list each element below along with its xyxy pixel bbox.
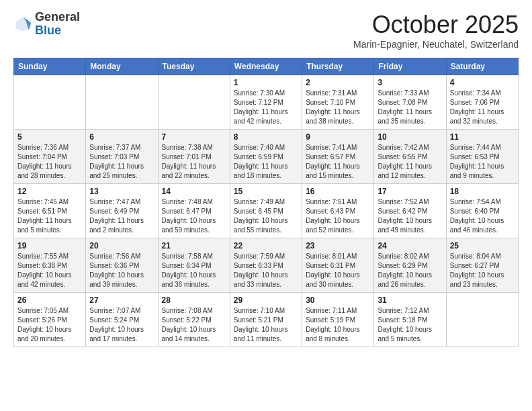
header: General Blue October 2025 Marin-Epagnier…: [13, 11, 519, 50]
calendar-cell: 19Sunrise: 7:55 AM Sunset: 6:38 PM Dayli…: [14, 238, 86, 293]
day-number: 6: [89, 132, 154, 142]
day-number: 19: [17, 241, 82, 250]
day-info: Sunrise: 7:37 AM Sunset: 7:03 PM Dayligh…: [89, 143, 154, 181]
calendar-cell: 29Sunrise: 7:10 AM Sunset: 5:21 PM Dayli…: [230, 293, 302, 347]
calendar-cell: 22Sunrise: 7:59 AM Sunset: 6:33 PM Dayli…: [230, 238, 302, 293]
day-info: Sunrise: 7:36 AM Sunset: 7:04 PM Dayligh…: [17, 143, 82, 181]
location: Marin-Epagnier, Neuchatel, Switzerland: [353, 39, 519, 50]
day-info: Sunrise: 8:04 AM Sunset: 6:27 PM Dayligh…: [450, 252, 515, 289]
weekday-header-row: SundayMondayTuesdayWednesdayThursdayFrid…: [14, 58, 519, 75]
day-number: 22: [234, 241, 298, 250]
day-info: Sunrise: 7:48 AM Sunset: 6:47 PM Dayligh…: [162, 197, 226, 235]
day-number: 2: [306, 78, 370, 87]
day-info: Sunrise: 7:40 AM Sunset: 6:59 PM Dayligh…: [234, 143, 298, 181]
calendar-cell: 3Sunrise: 7:33 AM Sunset: 7:08 PM Daylig…: [374, 75, 446, 130]
calendar-cell: 6Sunrise: 7:37 AM Sunset: 7:03 PM Daylig…: [86, 130, 158, 184]
calendar-cell: 20Sunrise: 7:56 AM Sunset: 6:36 PM Dayli…: [86, 238, 158, 293]
day-number: 20: [89, 241, 154, 250]
day-number: 12: [17, 187, 82, 196]
logo-text: General Blue: [35, 11, 80, 38]
calendar-cell: [14, 75, 86, 130]
calendar-cell: [86, 75, 158, 130]
calendar-cell: 5Sunrise: 7:36 AM Sunset: 7:04 PM Daylig…: [14, 130, 86, 184]
day-info: Sunrise: 8:01 AM Sunset: 6:31 PM Dayligh…: [306, 252, 370, 289]
calendar-cell: 11Sunrise: 7:44 AM Sunset: 6:53 PM Dayli…: [446, 130, 518, 184]
day-info: Sunrise: 7:34 AM Sunset: 7:06 PM Dayligh…: [450, 89, 515, 126]
logo-general: General: [35, 11, 80, 24]
week-row-5: 26Sunrise: 7:05 AM Sunset: 5:26 PM Dayli…: [14, 293, 519, 347]
day-info: Sunrise: 7:11 AM Sunset: 5:19 PM Dayligh…: [306, 306, 370, 344]
weekday-header-thursday: Thursday: [302, 58, 374, 75]
day-number: 16: [306, 187, 370, 196]
day-number: 21: [162, 241, 226, 250]
day-info: Sunrise: 7:33 AM Sunset: 7:08 PM Dayligh…: [378, 89, 442, 126]
day-info: Sunrise: 7:44 AM Sunset: 6:53 PM Dayligh…: [450, 143, 515, 181]
calendar-cell: 15Sunrise: 7:49 AM Sunset: 6:45 PM Dayli…: [230, 184, 302, 238]
day-info: Sunrise: 7:58 AM Sunset: 6:34 PM Dayligh…: [162, 252, 226, 289]
day-info: Sunrise: 7:10 AM Sunset: 5:21 PM Dayligh…: [234, 306, 298, 344]
week-row-1: 1Sunrise: 7:30 AM Sunset: 7:12 PM Daylig…: [14, 75, 519, 130]
day-number: 27: [89, 295, 154, 305]
day-number: 13: [89, 187, 154, 196]
day-info: Sunrise: 7:47 AM Sunset: 6:49 PM Dayligh…: [89, 197, 154, 235]
day-info: Sunrise: 7:59 AM Sunset: 6:33 PM Dayligh…: [234, 252, 298, 289]
day-info: Sunrise: 7:38 AM Sunset: 7:01 PM Dayligh…: [162, 143, 226, 181]
weekday-header-saturday: Saturday: [446, 58, 518, 75]
calendar-cell: [158, 75, 230, 130]
week-row-4: 19Sunrise: 7:55 AM Sunset: 6:38 PM Dayli…: [14, 238, 519, 293]
day-number: 9: [306, 132, 370, 142]
day-number: 1: [234, 78, 298, 87]
calendar-cell: 4Sunrise: 7:34 AM Sunset: 7:06 PM Daylig…: [446, 75, 518, 130]
title-block: October 2025 Marin-Epagnier, Neuchatel, …: [353, 11, 519, 50]
day-number: 24: [378, 241, 442, 250]
calendar-cell: 26Sunrise: 7:05 AM Sunset: 5:26 PM Dayli…: [14, 293, 86, 347]
weekday-header-wednesday: Wednesday: [230, 58, 302, 75]
day-number: 10: [378, 132, 442, 142]
day-info: Sunrise: 7:42 AM Sunset: 6:55 PM Dayligh…: [378, 143, 442, 181]
day-number: 31: [378, 295, 442, 305]
calendar-cell: 30Sunrise: 7:11 AM Sunset: 5:19 PM Dayli…: [302, 293, 374, 347]
weekday-header-tuesday: Tuesday: [158, 58, 230, 75]
day-number: 8: [234, 132, 298, 142]
logo: General Blue: [13, 11, 80, 38]
day-info: Sunrise: 7:54 AM Sunset: 6:40 PM Dayligh…: [450, 197, 515, 235]
day-number: 4: [450, 78, 515, 87]
day-info: Sunrise: 7:08 AM Sunset: 5:22 PM Dayligh…: [162, 306, 226, 344]
day-info: Sunrise: 7:45 AM Sunset: 6:51 PM Dayligh…: [17, 197, 82, 235]
calendar-cell: [446, 293, 518, 347]
day-info: Sunrise: 7:12 AM Sunset: 5:18 PM Dayligh…: [378, 306, 442, 344]
calendar-cell: 21Sunrise: 7:58 AM Sunset: 6:34 PM Dayli…: [158, 238, 230, 293]
day-info: Sunrise: 7:05 AM Sunset: 5:26 PM Dayligh…: [17, 306, 82, 344]
month-title: October 2025: [353, 11, 519, 39]
day-number: 15: [234, 187, 298, 196]
day-info: Sunrise: 7:41 AM Sunset: 6:57 PM Dayligh…: [306, 143, 370, 181]
calendar-cell: 28Sunrise: 7:08 AM Sunset: 5:22 PM Dayli…: [158, 293, 230, 347]
calendar-cell: 25Sunrise: 8:04 AM Sunset: 6:27 PM Dayli…: [446, 238, 518, 293]
day-number: 18: [450, 187, 515, 196]
weekday-header-monday: Monday: [86, 58, 158, 75]
calendar-cell: 7Sunrise: 7:38 AM Sunset: 7:01 PM Daylig…: [158, 130, 230, 184]
day-number: 14: [162, 187, 226, 196]
calendar-cell: 24Sunrise: 8:02 AM Sunset: 6:29 PM Dayli…: [374, 238, 446, 293]
day-number: 7: [162, 132, 226, 142]
day-info: Sunrise: 7:31 AM Sunset: 7:10 PM Dayligh…: [306, 89, 370, 126]
calendar-cell: 31Sunrise: 7:12 AM Sunset: 5:18 PM Dayli…: [374, 293, 446, 347]
day-info: Sunrise: 7:55 AM Sunset: 6:38 PM Dayligh…: [17, 252, 82, 289]
weekday-header-sunday: Sunday: [14, 58, 86, 75]
logo-blue: Blue: [35, 24, 80, 38]
day-info: Sunrise: 7:49 AM Sunset: 6:45 PM Dayligh…: [234, 197, 298, 235]
calendar-cell: 13Sunrise: 7:47 AM Sunset: 6:49 PM Dayli…: [86, 184, 158, 238]
calendar-cell: 10Sunrise: 7:42 AM Sunset: 6:55 PM Dayli…: [374, 130, 446, 184]
day-number: 3: [378, 78, 442, 87]
day-info: Sunrise: 7:07 AM Sunset: 5:24 PM Dayligh…: [89, 306, 154, 344]
day-info: Sunrise: 7:51 AM Sunset: 6:43 PM Dayligh…: [306, 197, 370, 235]
calendar-cell: 9Sunrise: 7:41 AM Sunset: 6:57 PM Daylig…: [302, 130, 374, 184]
weekday-header-friday: Friday: [374, 58, 446, 75]
day-number: 29: [234, 295, 298, 305]
week-row-3: 12Sunrise: 7:45 AM Sunset: 6:51 PM Dayli…: [14, 184, 519, 238]
day-number: 30: [306, 295, 370, 305]
day-number: 26: [17, 295, 82, 305]
logo-icon: [13, 15, 32, 34]
day-number: 5: [17, 132, 82, 142]
day-number: 11: [450, 132, 515, 142]
